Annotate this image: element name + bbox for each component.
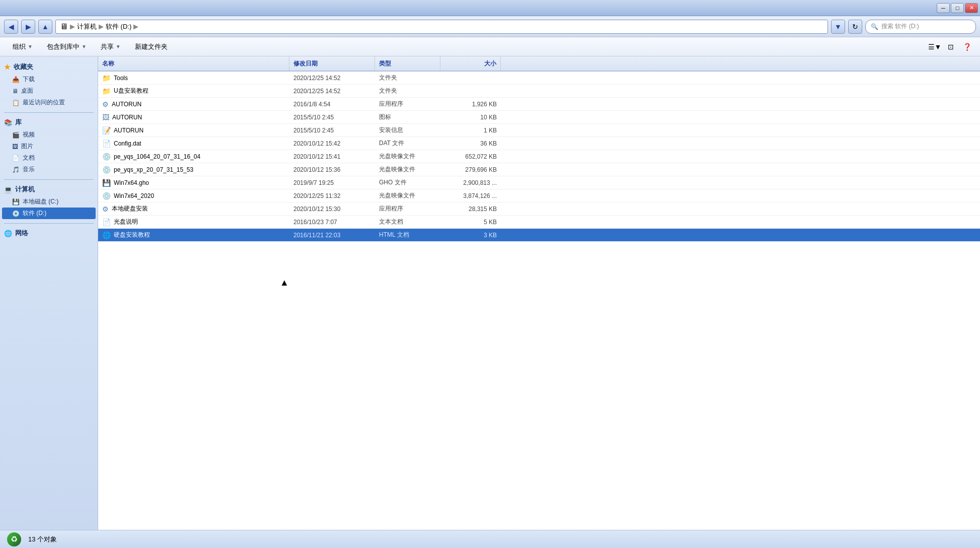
network-header[interactable]: 🌐 网络 [0,227,98,240]
sidebar-item-recent[interactable]: 📋 最近访问的位置 [0,97,98,108]
file-cell-date: 2019/9/7 19:25 [289,176,375,189]
sidebar-item-video[interactable]: 🎬 视频 [0,129,98,141]
file-row[interactable]: 💿 pe_yqs_xp_20_07_31_15_53 2020/10/12 15… [98,163,980,176]
up-button[interactable]: ▲ [38,20,52,34]
view-toggle-button[interactable]: ☰▼ [928,40,942,54]
library-header[interactable]: 📚 库 [0,116,98,129]
file-cell-name: ⚙ AUTORUN [98,98,289,110]
file-icon: 💿 [102,153,111,161]
file-row[interactable]: 📄 Config.dat 2020/10/12 15:42 DAT 文件 36 … [98,137,980,150]
file-cell-size [440,72,501,84]
column-name[interactable]: 名称 [98,56,289,71]
divider-2 [4,179,94,180]
forward-button[interactable]: ▶ [21,20,35,34]
file-row[interactable]: ⚙ AUTORUN 2016/1/8 4:54 应用程序 1,926 KB [98,98,980,111]
search-box[interactable]: 🔍 搜索 软件 (D:) [865,20,976,34]
file-name-text: U盘安装教程 [114,87,148,95]
file-cell-size: 3,874,126 ... [440,189,501,202]
file-row[interactable]: 🖼 AUTORUN 2015/5/10 2:45 图标 10 KB [98,111,980,124]
column-size[interactable]: 大小 [440,56,501,71]
c-drive-label: 本地磁盘 (C:) [23,197,58,206]
file-row[interactable]: ⚙ 本地硬盘安装 2020/10/12 15:30 应用程序 28,315 KB [98,202,980,216]
file-name-text: AUTORUN [112,101,141,108]
path-icon: 🖥 [60,22,68,31]
maximize-button[interactable]: □ [951,3,964,13]
sidebar-item-pictures[interactable]: 🖼 图片 [0,141,98,152]
organize-button[interactable]: 组织 ▼ [6,40,39,54]
file-cell-type: 光盘映像文件 [375,163,440,176]
file-cell-date: 2015/5/10 2:45 [289,124,375,136]
sidebar-item-documents[interactable]: 📄 文档 [0,152,98,164]
file-row[interactable]: 🌐 硬盘安装教程 2016/11/21 22:03 HTML 文档 3 KB [98,229,980,242]
sidebar-item-music[interactable]: 🎵 音乐 [0,164,98,175]
close-button[interactable]: ✕ [965,3,978,13]
path-part-drive[interactable]: 软件 (D:) [106,22,131,31]
file-name-text: Config.dat [114,140,141,147]
file-row[interactable]: 📝 AUTORUN 2015/5/10 2:45 安装信息 1 KB [98,124,980,137]
status-count: 13 个对象 [28,535,57,544]
downloads-icon: 📥 [12,76,20,83]
network-section: 🌐 网络 [0,227,98,240]
file-row[interactable]: 💾 Win7x64.gho 2019/9/7 19:25 GHO 文件 2,90… [98,176,980,189]
file-icon: 💿 [102,166,111,174]
file-row[interactable]: 📁 U盘安装教程 2020/12/25 14:52 文件夹 [98,85,980,98]
file-cell-size: 5 KB [440,216,501,228]
share-chevron: ▼ [116,44,121,49]
favorites-header[interactable]: ★ 收藏夹 [0,60,98,74]
file-cell-size: 10 KB [440,111,501,123]
share-label: 共享 [101,42,114,51]
computer-header[interactable]: 💻 计算机 [0,183,98,196]
file-cell-size [440,85,501,97]
divider-1 [4,112,94,113]
sidebar-item-downloads[interactable]: 📥 下载 [0,74,98,85]
back-button[interactable]: ◀ [4,20,18,34]
minimize-button[interactable]: ─ [937,3,950,13]
organize-chevron: ▼ [28,44,33,49]
file-cell-name: 📁 Tools [98,72,289,84]
preview-pane-button[interactable]: ⊡ [944,40,958,54]
file-name-text: AUTORUN [112,114,142,121]
sidebar-item-c-drive[interactable]: 💾 本地磁盘 (C:) [0,196,98,208]
file-name-text: 硬盘安装教程 [114,231,150,239]
file-icon: 📁 [102,87,111,95]
address-path[interactable]: 🖥 ▶ 计算机 ▶ 软件 (D:) ▶ [55,20,828,34]
file-rows-container: 📁 Tools 2020/12/25 14:52 文件夹 📁 U盘安装教程 20… [98,72,980,242]
path-part-computer[interactable]: 计算机 [77,22,97,31]
file-cell-name: 🖼 AUTORUN [98,111,289,123]
file-row[interactable]: 💿 pe_yqs_1064_20_07_31_16_04 2020/10/12 … [98,150,980,163]
file-cell-type: 文本文档 [375,216,440,228]
file-row[interactable]: 💿 Win7x64_2020 2020/12/25 11:32 光盘映像文件 3… [98,189,980,202]
file-cell-type: 文件夹 [375,85,440,97]
column-type[interactable]: 类型 [375,56,440,71]
file-icon: 💿 [102,192,111,200]
file-icon: ⚙ [102,100,109,108]
file-row[interactable]: 📄 光盘说明 2016/10/23 7:07 文本文档 5 KB [98,216,980,229]
file-name-text: AUTORUN [114,127,143,134]
file-cell-size: 279,696 KB [440,163,501,176]
file-row[interactable]: 📁 Tools 2020/12/25 14:52 文件夹 [98,72,980,85]
window-controls: ─ □ ✕ [937,3,978,13]
file-cell-name: 📁 U盘安装教程 [98,85,289,97]
library-icon: 📚 [4,119,12,126]
file-cell-size: 3 KB [440,229,501,241]
desktop-icon: 🖥 [12,88,18,95]
file-cell-type: 安装信息 [375,124,440,136]
dropdown-button[interactable]: ▼ [831,20,845,34]
divider-3 [4,223,94,224]
refresh-button[interactable]: ↻ [848,20,862,34]
column-date[interactable]: 修改日期 [289,56,375,71]
include-library-button[interactable]: 包含到库中 ▼ [40,40,93,54]
include-label: 包含到库中 [47,42,80,51]
library-label: 库 [15,118,22,127]
sidebar-item-d-drive[interactable]: 💿 软件 (D:) [2,208,96,219]
organize-label: 组织 [13,42,26,51]
file-cell-size: 28,315 KB [440,202,501,215]
new-folder-button[interactable]: 新建文件夹 [128,40,174,54]
sidebar-item-desktop[interactable]: 🖥 桌面 [0,85,98,97]
file-cell-type: 应用程序 [375,98,440,110]
file-cell-date: 2015/5/10 2:45 [289,111,375,123]
file-cell-type: DAT 文件 [375,137,440,150]
help-button[interactable]: ❓ [960,40,974,54]
share-button[interactable]: 共享 ▼ [94,40,127,54]
music-icon: 🎵 [12,166,20,173]
